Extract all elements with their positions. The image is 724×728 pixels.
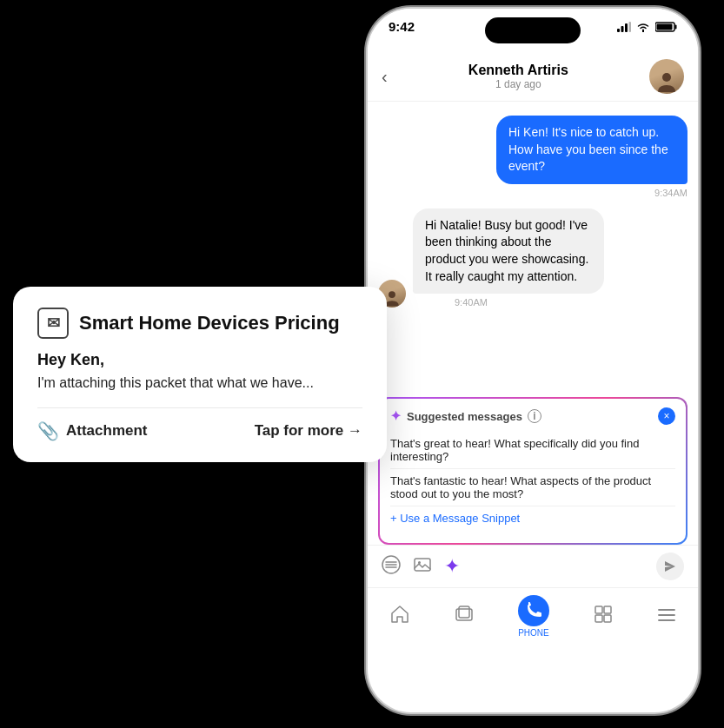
status-time: 9:42: [389, 19, 415, 34]
send-button[interactable]: [656, 553, 684, 580]
nav-item-grid[interactable]: [594, 605, 613, 629]
close-button[interactable]: ×: [658, 407, 675, 425]
sparkle-icon: ✦: [390, 408, 402, 424]
svg-rect-5: [675, 24, 677, 29]
back-button[interactable]: ‹: [382, 67, 388, 87]
chat-toolbar: ✦: [368, 545, 698, 587]
chat-header-center: Kenneth Artiris 1 day ago: [468, 63, 568, 90]
contact-time: 1 day ago: [468, 78, 568, 90]
svg-point-7: [662, 73, 671, 82]
wifi-icon: [636, 22, 650, 32]
svg-rect-6: [657, 23, 673, 30]
attachment-label[interactable]: 📎 Attachment: [37, 420, 148, 441]
signal-icon: [617, 22, 631, 32]
phone-nav-active: [518, 595, 549, 626]
phone-frame: 9:42: [368, 9, 698, 712]
sparkle-toolbar-icon[interactable]: ✦: [444, 555, 460, 578]
email-body: I'm attaching this packet that what we h…: [37, 373, 362, 394]
hamburger-icon: [657, 606, 676, 628]
nav-item-phone[interactable]: PHONE: [518, 595, 549, 638]
avatar[interactable]: [649, 59, 684, 94]
tap-more-button[interactable]: Tap for more →: [255, 422, 362, 440]
svg-rect-1: [621, 26, 624, 32]
dynamic-island: [485, 17, 581, 43]
message-bubble-outgoing: Hi Ken! It's nice to catch up. How have …: [496, 116, 687, 184]
use-snippet-button[interactable]: + Use a Message Snippet: [390, 512, 675, 525]
svg-rect-16: [459, 606, 469, 618]
svg-rect-3: [629, 22, 632, 32]
svg-rect-20: [604, 615, 611, 622]
suggested-message-2[interactable]: That's fantastic to hear! What aspects o…: [390, 469, 675, 506]
email-icon: ✉: [37, 308, 69, 339]
status-icons: [617, 22, 677, 32]
svg-rect-0: [617, 29, 620, 32]
nav-item-menu[interactable]: [657, 606, 676, 628]
battery-icon: [655, 22, 677, 32]
svg-rect-2: [625, 23, 628, 32]
suggested-title: ✦ Suggested messages i: [390, 408, 541, 424]
image-icon[interactable]: [413, 555, 432, 579]
paperclip-icon: 📎: [37, 420, 59, 441]
message-row-outgoing: Hi Ken! It's nice to catch up. How have …: [378, 116, 687, 198]
email-card: ✉ Smart Home Devices Pricing Hey Ken, I'…: [13, 287, 387, 462]
message-bubble-incoming: Hi Natalie! Busy but good! I've been thi…: [413, 208, 604, 294]
email-card-title: ✉ Smart Home Devices Pricing: [37, 308, 362, 339]
cards-icon: [455, 605, 474, 629]
suggested-panel-wrapper: ✦ Suggested messages i × That's great to…: [378, 397, 687, 545]
chat-messages: Hi Ken! It's nice to catch up. How have …: [368, 102, 698, 397]
home-icon: [389, 605, 410, 629]
info-icon[interactable]: i: [528, 409, 541, 423]
message-time-outgoing: 9:34AM: [496, 188, 687, 198]
contact-name: Kenneth Artiris: [468, 63, 568, 78]
svg-rect-18: [604, 606, 611, 613]
suggested-message-1[interactable]: That's great to hear! What specifically …: [390, 432, 675, 469]
svg-rect-19: [595, 615, 602, 622]
message-time-incoming: 9:40AM: [413, 297, 604, 308]
menu-icon[interactable]: [382, 555, 401, 579]
svg-point-8: [389, 291, 395, 298]
svg-rect-17: [595, 606, 602, 613]
email-footer: 📎 Attachment Tap for more →: [37, 407, 362, 441]
nav-item-home[interactable]: [389, 605, 410, 629]
email-greeting: Hey Ken,: [37, 351, 362, 369]
message-row-incoming: Hi Natalie! Busy but good! I've been thi…: [378, 208, 687, 308]
bottom-nav: PHONE: [368, 587, 698, 655]
avatar-person: [654, 69, 679, 94]
grid-icon: [594, 605, 613, 629]
phone-nav-label: PHONE: [518, 628, 549, 638]
chat-header: ‹ Kenneth Artiris 1 day ago: [368, 50, 698, 102]
svg-rect-13: [415, 559, 430, 571]
envelope-icon: ✉: [47, 314, 60, 333]
nav-item-cards[interactable]: [455, 605, 474, 629]
suggested-panel: ✦ Suggested messages i × That's great to…: [380, 399, 686, 543]
suggested-header: ✦ Suggested messages i ×: [390, 407, 675, 425]
